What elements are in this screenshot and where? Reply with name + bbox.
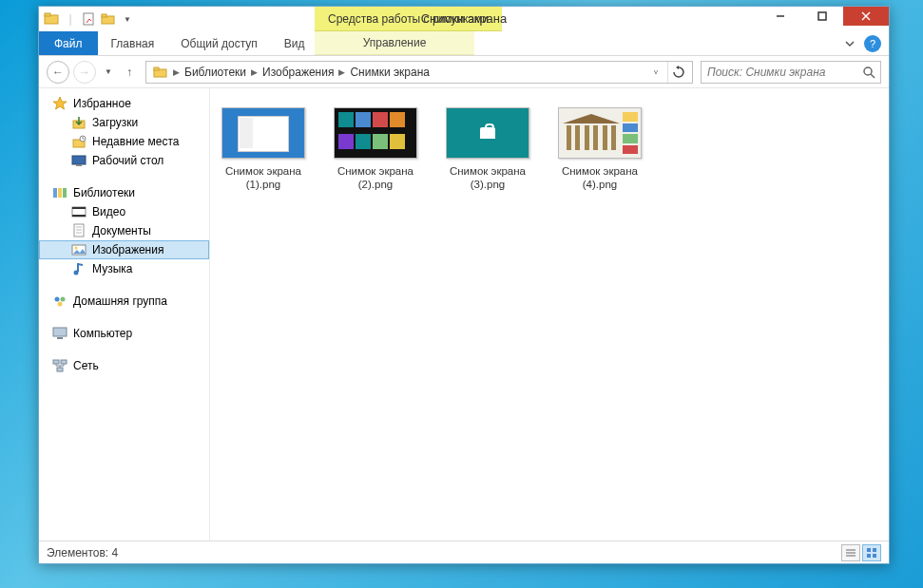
nav-favorites-label: Избранное xyxy=(73,97,131,110)
history-dropdown-icon[interactable]: ▼ xyxy=(100,61,117,84)
nav-documents-label: Документы xyxy=(92,224,151,237)
nav-network[interactable]: Сеть xyxy=(39,356,209,375)
content-pane[interactable]: Снимок экрана (1).png Снимок экрана (2).… xyxy=(210,88,889,541)
properties-icon[interactable] xyxy=(81,10,98,28)
svg-point-30 xyxy=(74,271,79,275)
nav-documents[interactable]: Документы xyxy=(39,221,209,240)
file-name-label: Снимок экрана (4).png xyxy=(556,164,644,192)
breadcrumb-libraries[interactable]: Библиотеки xyxy=(182,66,249,79)
view-thumbnails-button[interactable] xyxy=(862,544,881,561)
svg-rect-20 xyxy=(63,188,67,198)
nav-desktop[interactable]: Рабочий стол xyxy=(39,151,209,170)
breadcrumb-root-icon[interactable] xyxy=(150,65,171,80)
qat-dropdown-icon[interactable]: ▼ xyxy=(119,10,136,28)
window-controls xyxy=(760,7,889,31)
quick-access-toolbar: | ▼ xyxy=(39,7,136,31)
network-icon xyxy=(52,358,67,373)
breadcrumb-pictures[interactable]: Изображения xyxy=(260,66,337,79)
nav-computer[interactable]: Компьютер xyxy=(39,324,209,343)
nav-pictures[interactable]: Изображения xyxy=(39,240,209,259)
svg-point-11 xyxy=(864,67,872,75)
navbar: ← → ▼ ↑ ▶ Библиотеки ▶ Изображения ▶ Сни… xyxy=(39,56,889,88)
refresh-button[interactable] xyxy=(667,62,688,83)
svg-rect-1 xyxy=(45,13,50,16)
address-dropdown-icon[interactable]: v xyxy=(648,67,663,76)
nav-favorites[interactable]: Избранное xyxy=(39,94,209,113)
file-name-label: Снимок экрана (2).png xyxy=(332,164,419,192)
close-button[interactable] xyxy=(843,7,889,26)
svg-rect-45 xyxy=(873,554,876,558)
titlebar: | ▼ Средства работы с рисунками Снимки э… xyxy=(39,7,889,31)
tab-share[interactable]: Общий доступ xyxy=(167,31,271,55)
address-bar[interactable]: ▶ Библиотеки ▶ Изображения ▶ Снимки экра… xyxy=(145,61,693,84)
svg-rect-16 xyxy=(72,156,86,164)
nav-libraries[interactable]: Библиотеки xyxy=(39,183,209,202)
svg-rect-4 xyxy=(102,14,106,17)
back-button[interactable]: ← xyxy=(47,61,69,84)
recent-icon xyxy=(71,134,87,149)
nav-libraries-label: Библиотеки xyxy=(73,186,135,199)
file-item[interactable]: Снимок экрана (2).png xyxy=(332,107,419,192)
search-input[interactable] xyxy=(702,66,857,79)
search-icon[interactable] xyxy=(857,66,880,79)
nav-desktop-label: Рабочий стол xyxy=(92,154,163,167)
nav-recent[interactable]: Недавние места xyxy=(39,132,209,151)
qat-separator: | xyxy=(62,10,79,28)
folder-app-icon xyxy=(43,10,60,28)
svg-rect-43 xyxy=(873,548,876,552)
forward-button[interactable]: → xyxy=(73,61,96,84)
nav-downloads-label: Загрузки xyxy=(92,116,138,129)
nav-video[interactable]: Видео xyxy=(39,202,209,221)
svg-rect-38 xyxy=(57,368,63,371)
help-button[interactable]: ? xyxy=(864,35,881,52)
tab-manage[interactable]: Управление xyxy=(315,31,474,55)
tab-home[interactable]: Главная xyxy=(98,31,168,55)
view-details-button[interactable] xyxy=(841,544,860,561)
ribbon-expand-icon[interactable] xyxy=(841,35,858,52)
pictures-icon xyxy=(71,242,87,257)
breadcrumb-arrow-icon[interactable]: ▶ xyxy=(249,67,260,77)
file-item[interactable]: Снимок экрана (3).png xyxy=(444,107,531,192)
nav-music-label: Музыка xyxy=(92,262,132,275)
svg-point-33 xyxy=(58,302,63,307)
star-icon xyxy=(52,96,67,111)
breadcrumb-arrow-icon[interactable]: ▶ xyxy=(337,67,347,77)
breadcrumb-screenshots[interactable]: Снимки экрана xyxy=(347,66,433,79)
status-item-count: Элементов: 4 xyxy=(47,546,118,560)
file-item[interactable]: Снимок экрана (1).png xyxy=(220,107,307,192)
maximize-button[interactable] xyxy=(801,7,843,26)
libraries-icon xyxy=(52,185,67,200)
minimize-button[interactable] xyxy=(760,7,801,26)
svg-rect-2 xyxy=(84,13,93,25)
tab-view[interactable]: Вид xyxy=(271,31,318,55)
nav-music[interactable]: Музыка xyxy=(39,259,209,278)
desktop-icon xyxy=(71,153,87,168)
svg-rect-10 xyxy=(154,67,159,70)
homegroup-icon xyxy=(52,294,67,309)
new-folder-icon[interactable] xyxy=(100,10,117,28)
breadcrumb-arrow-icon[interactable]: ▶ xyxy=(171,67,182,77)
svg-rect-18 xyxy=(53,188,57,198)
file-item[interactable]: Снимок экрана (4).png xyxy=(556,107,644,192)
file-thumbnail xyxy=(446,107,529,159)
svg-rect-35 xyxy=(57,337,63,339)
contextual-tab-header: Средства работы с рисунками xyxy=(315,7,502,31)
explorer-window: | ▼ Средства работы с рисунками Снимки э… xyxy=(38,6,890,564)
nav-recent-label: Недавние места xyxy=(92,135,179,148)
nav-homegroup[interactable]: Домашняя группа xyxy=(39,292,209,311)
svg-line-12 xyxy=(871,74,875,78)
downloads-icon xyxy=(71,115,87,130)
search-box[interactable] xyxy=(701,61,881,84)
up-button[interactable]: ↑ xyxy=(121,61,138,84)
tab-file[interactable]: Файл xyxy=(39,31,98,55)
svg-rect-37 xyxy=(61,360,67,364)
ribbon-tabs: Файл Главная Общий доступ Вид Управление… xyxy=(39,31,889,56)
svg-rect-19 xyxy=(58,188,62,198)
file-name-label: Снимок экрана (1).png xyxy=(220,164,307,192)
nav-pictures-label: Изображения xyxy=(92,243,163,256)
svg-rect-23 xyxy=(72,215,86,217)
nav-downloads[interactable]: Загрузки xyxy=(39,113,209,132)
navigation-pane: Избранное Загрузки Недавние места xyxy=(39,88,210,541)
svg-rect-17 xyxy=(76,164,82,166)
file-thumbnail xyxy=(334,107,417,159)
